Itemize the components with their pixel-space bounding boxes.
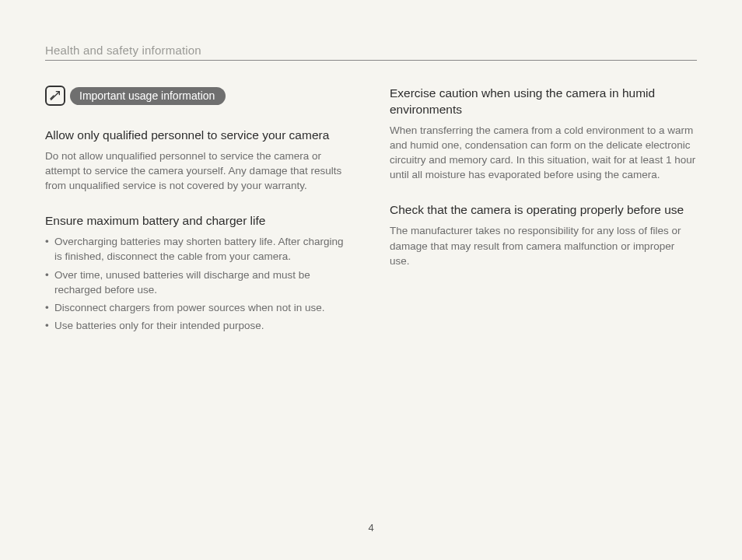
page: Health and safety information Important …: [0, 0, 742, 353]
list-item: Disconnect chargers from power sources w…: [45, 300, 352, 315]
section-heading: Allow only qualified personnel to servic…: [45, 128, 352, 144]
bullet-list: Overcharging batteries may shorten batte…: [45, 234, 352, 333]
section-check-operation: Check that the camera is operating prope…: [390, 202, 697, 268]
header-title: Health and safety information: [45, 44, 697, 57]
section-battery-life: Ensure maximum battery and charger life …: [45, 213, 352, 333]
section-qualified-personnel: Allow only qualified personnel to servic…: [45, 128, 352, 193]
page-header: Health and safety information: [45, 44, 697, 61]
right-column: Exercise caution when using the camera i…: [390, 86, 697, 353]
section-pill: Important usage information: [70, 87, 226, 105]
section-heading: Ensure maximum battery and charger life: [45, 213, 352, 229]
list-item: Use batteries only for their intended pu…: [45, 318, 352, 333]
section-body: Do not allow unqualified personnel to se…: [45, 149, 352, 193]
section-heading: Check that the camera is operating prope…: [390, 202, 697, 219]
left-column: Important usage information Allow only q…: [45, 86, 352, 353]
list-item: Over time, unused batteries will dischar…: [45, 268, 352, 297]
content-columns: Important usage information Allow only q…: [45, 86, 697, 353]
section-body: When transferring the camera from a cold…: [390, 123, 697, 183]
page-number: 4: [0, 522, 742, 534]
section-body: The manufacturer takes no responsibility…: [390, 223, 697, 268]
section-heading: Exercise caution when using the camera i…: [390, 86, 697, 118]
section-humid-environments: Exercise caution when using the camera i…: [390, 86, 697, 182]
list-item: Overcharging batteries may shorten batte…: [45, 234, 352, 264]
section-label-row: Important usage information: [45, 86, 352, 106]
note-icon: [45, 86, 65, 106]
